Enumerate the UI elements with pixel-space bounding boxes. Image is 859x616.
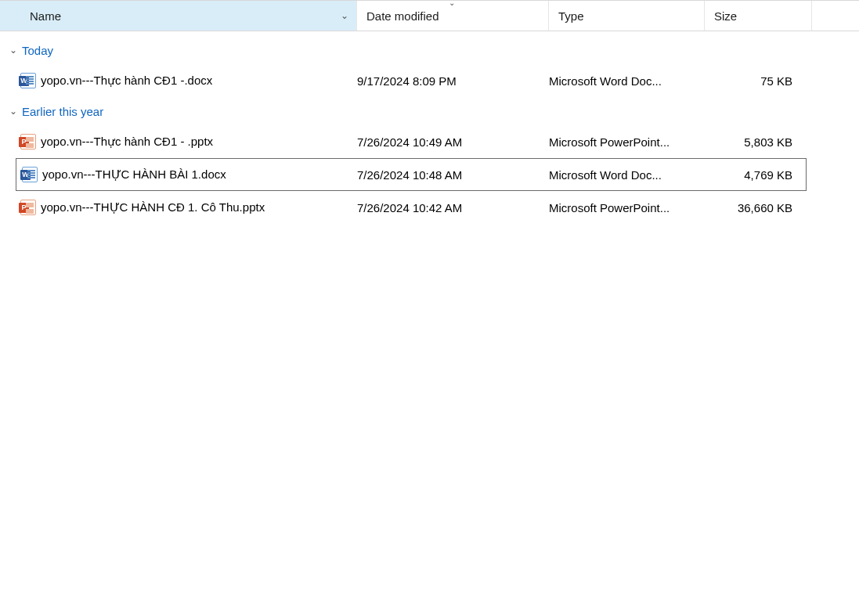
file-size: 4,769 KB xyxy=(705,168,797,182)
file-row[interactable]: yopo.vn---THỰC HÀNH BÀI 1.docx7/26/2024 … xyxy=(16,158,807,191)
file-type: Microsoft Word Doc... xyxy=(549,168,705,182)
column-headers: ⌄ Name ⌄ Date modified Type Size xyxy=(0,0,859,31)
powerpoint-file-icon xyxy=(20,200,36,215)
file-size: 36,660 KB xyxy=(705,201,797,214)
column-header-size[interactable]: Size xyxy=(705,1,812,31)
file-name: yopo.vn---THỰC HÀNH CĐ 1. Cô Thu.pptx xyxy=(41,200,357,214)
column-header-spacer xyxy=(812,1,859,31)
column-header-name[interactable]: Name ⌄ xyxy=(0,1,357,31)
file-list: ⌄Todayyopo.vn---Thực hành CĐ1 -.docx9/17… xyxy=(0,31,859,224)
file-size: 5,803 KB xyxy=(705,135,797,149)
file-date: 9/17/2024 8:09 PM xyxy=(357,74,549,88)
column-header-date[interactable]: Date modified xyxy=(357,1,549,31)
file-row[interactable]: yopo.vn---Thực hành CĐ1 - .pptx7/26/2024… xyxy=(0,125,859,158)
group-label: Today xyxy=(22,44,53,57)
group-header[interactable]: ⌄Earlier this year xyxy=(0,97,859,125)
file-date: 7/26/2024 10:42 AM xyxy=(357,201,549,214)
powerpoint-file-icon xyxy=(20,134,36,149)
column-header-name-label: Name xyxy=(30,9,61,23)
word-file-icon xyxy=(20,73,36,88)
file-date: 7/26/2024 10:49 AM xyxy=(357,135,549,149)
file-name: yopo.vn---THỰC HÀNH BÀI 1.docx xyxy=(42,168,357,182)
file-type: Microsoft Word Doc... xyxy=(549,74,705,88)
file-row[interactable]: yopo.vn---THỰC HÀNH CĐ 1. Cô Thu.pptx7/2… xyxy=(0,191,859,224)
file-size: 75 KB xyxy=(705,74,797,88)
chevron-down-icon: ⌄ xyxy=(6,106,20,117)
chevron-down-icon: ⌄ xyxy=(6,45,20,56)
group-header[interactable]: ⌄Today xyxy=(0,36,859,64)
file-type: Microsoft PowerPoint... xyxy=(549,135,705,149)
file-row[interactable]: yopo.vn---Thực hành CĐ1 -.docx9/17/2024 … xyxy=(0,64,859,97)
column-header-date-label: Date modified xyxy=(366,9,439,23)
file-type: Microsoft PowerPoint... xyxy=(549,201,705,214)
column-header-size-label: Size xyxy=(714,9,737,23)
file-date: 7/26/2024 10:48 AM xyxy=(357,168,549,182)
group-label: Earlier this year xyxy=(22,105,103,118)
file-name: yopo.vn---Thực hành CĐ1 -.docx xyxy=(41,74,357,88)
column-header-type[interactable]: Type xyxy=(549,1,705,31)
column-header-type-label: Type xyxy=(558,9,584,23)
file-name: yopo.vn---Thực hành CĐ1 - .pptx xyxy=(41,135,357,149)
word-file-icon xyxy=(22,167,38,182)
chevron-down-icon[interactable]: ⌄ xyxy=(341,10,348,21)
